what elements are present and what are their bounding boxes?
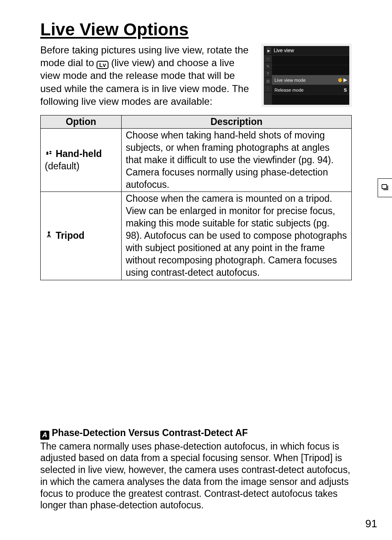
screenshot-blank-row [272,95,349,105]
screenshot-row-releasemode: Release mode S [272,85,349,95]
option-desc: Choose when the camera is mounted on a t… [122,192,352,280]
tripod-icon [45,231,53,241]
side-tab [378,178,392,197]
row-value: ✊ ▶ [338,77,347,83]
option-desc: Choose when taking hand-held shots of mo… [122,128,352,192]
table-row: Hand-held (default) Choose when taking h… [41,128,352,192]
note-title-line: APhase-Detection Versus Contrast-Detect … [40,427,352,440]
page-title: Live View Options [40,20,352,39]
options-table: Option Description Hand-held (default) C… [40,115,352,280]
hand-icon: ✊ [338,78,342,82]
th-option: Option [41,115,122,128]
hand-held-icon [45,149,53,159]
recent-tab-icon: ⋮ [264,85,272,92]
camera-menu-screenshot: ▸ Live view □ ✎ Y ⊞ ⋮ Live view mode ✊ ▶ [261,44,352,107]
wrench-tab-icon: Y [264,70,272,78]
note-block: APhase-Detection Versus Contrast-Detect … [40,427,352,512]
option-cell: Tripod [41,192,122,280]
retouch-tab-icon: ⊞ [264,78,272,85]
screenshot-blank-row [272,65,349,75]
option-name: Hand-held [55,148,101,159]
option-cell: Hand-held (default) [41,128,122,192]
option-sub: (default) [45,161,79,171]
screenshot-title: Live view [274,48,294,53]
intro-text: Before taking pictures using live view, … [40,44,251,108]
screenshot-blank-row [272,55,349,65]
page-number: 91 [365,517,377,530]
note-icon: A [40,431,49,440]
row-value: S [344,88,347,92]
svg-rect-0 [48,232,50,233]
th-description: Description [122,115,352,128]
screenshot-row-liveviewmode: Live view mode ✊ ▶ [272,75,349,85]
svg-rect-1 [382,185,387,189]
row-label: Release mode [274,88,304,92]
camera-tab-icon: □ [264,55,272,63]
playback-icon: ▸ [266,47,271,54]
note-body: The camera normally uses phase-detection… [40,441,352,512]
option-name: Tripod [55,230,84,241]
lcd-stack-icon [381,183,389,193]
screenshot-titlebar: ▸ Live view [264,46,349,55]
live-view-dial-icon: Lv [97,61,108,69]
note-title: Phase-Detection Versus Contrast-Detect A… [52,427,248,438]
screenshot-left-tabs: □ ✎ Y ⊞ ⋮ [264,55,272,105]
row-label: Live view mode [274,78,306,83]
pencil-tab-icon: ✎ [264,63,272,70]
table-row: Tripod Choose when the camera is mounted… [41,192,352,280]
